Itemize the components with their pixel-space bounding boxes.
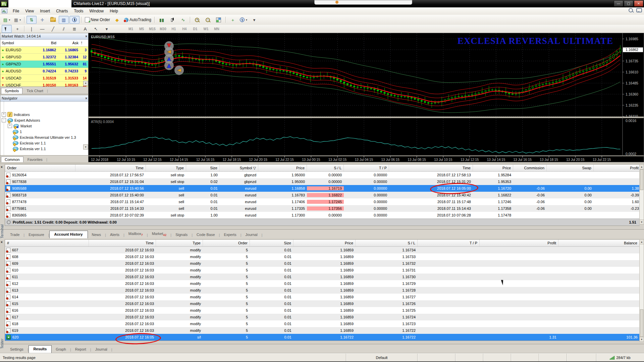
market-watch-row-gbpusd[interactable]: ▲GBPUSD1.323721.3238412 [0, 54, 89, 61]
strategy-tester[interactable] [69, 16, 79, 24]
data-window[interactable]: ✛ [37, 16, 47, 24]
market-watch-row-eurusd[interactable]: ▲EURUSD1.168621.168653 [0, 47, 89, 54]
history-row-607[interactable]: 6072018.07.12 16:03modify50.011.168591.1… [5, 247, 640, 253]
tab-market[interactable]: Market42 [148, 230, 171, 238]
market-watch-row-audusd[interactable]: ▲AUDUSD0.742240.742339 [0, 68, 89, 75]
orders-col-9[interactable]: Price [473, 165, 513, 171]
history-row-613[interactable]: 6132018.07.12 16:03modify50.011.168591.1… [5, 287, 640, 294]
menu-help[interactable]: Help [107, 8, 121, 14]
results-col-4[interactable]: Size [250, 240, 293, 246]
zoom-out[interactable]: − [203, 16, 213, 24]
history-row-617[interactable]: 6172018.07.12 16:03modify50.011.168591.1… [5, 314, 640, 320]
chart-line[interactable]: ∿ [178, 16, 188, 24]
order-row-9083718[interactable]: 90837182018.07.12 15:40:00sell0.01eurusd… [5, 192, 640, 198]
navigator-folder[interactable] [48, 16, 58, 24]
status-profile[interactable]: Default [346, 354, 418, 362]
menu-file[interactable]: File [10, 8, 22, 14]
navigator-close-icon[interactable]: × [85, 97, 87, 100]
orders-col-12[interactable]: Profit [594, 165, 641, 171]
close-button[interactable]: ✕ [634, 0, 643, 7]
orders-col-7[interactable]: T / P [344, 165, 389, 171]
mw-col-symbol[interactable]: Symbol [0, 41, 36, 45]
tab-report[interactable]: Report [71, 346, 90, 353]
terminal-close-icon[interactable]: × [1, 165, 3, 169]
channel-tool[interactable]: ⫽ [59, 25, 69, 33]
tab-favorites[interactable]: Favorites [24, 157, 46, 163]
history-row-616[interactable]: 6162018.07.12 16:03modify50.011.168591.1… [5, 307, 640, 314]
menu-charts[interactable]: Charts [53, 8, 71, 14]
nav-item-exclesia-ver-1-1[interactable]: Exclesia ver 1.1 [0, 140, 89, 146]
tab-account-history[interactable]: Account History [49, 231, 88, 238]
order-row-9085588[interactable]: 90855882018.07.12 15:40:56sell0.01eurusd… [5, 185, 640, 192]
timeframe-h1[interactable]: H1 [169, 25, 179, 33]
results-scroll-up-icon[interactable]: ▲ [640, 240, 644, 244]
tab-common[interactable]: Common [1, 157, 23, 163]
orders-col-2[interactable]: Type [146, 165, 186, 171]
order-row-8365865[interactable]: 83658652018.07.10 07:02:39sell stop1.00e… [5, 212, 640, 219]
expand-icon[interactable]: + [8, 124, 12, 128]
market-watch-row-gbpnzd[interactable]: ▲GBPNZD1.955511.9563281 [0, 61, 89, 68]
nav-item-exlcesia-ver-1-1[interactable]: Exlcesia ver 1.1 [0, 146, 89, 152]
results-col-7[interactable]: T / P [418, 240, 480, 246]
timeframe-m15[interactable]: M15 [147, 25, 157, 33]
tab-news[interactable]: News [88, 231, 105, 238]
orders-col-0[interactable]: Order [5, 165, 75, 171]
orders-col-4[interactable]: Symbol ▽ [220, 165, 258, 171]
timeframe-m1[interactable]: M1 [126, 25, 136, 33]
tab-mailbox[interactable]: Mailbox7 [124, 230, 147, 238]
results-col-1[interactable]: Time [89, 240, 156, 246]
tab-results[interactable]: Results [29, 345, 52, 353]
navigator-scroll-down[interactable]: ▼ [83, 144, 88, 149]
history-row-620[interactable]: ▲6202018.07.12 16:05s/l50.011.167221.167… [5, 334, 640, 341]
orders-col-6[interactable]: S / L [307, 165, 344, 171]
history-row-611[interactable]: 6112018.07.12 16:03modify50.011.168591.1… [5, 274, 640, 280]
tab-alerts[interactable]: Alerts [106, 231, 123, 238]
chart-canvas[interactable]: EURUSD,M15EXCLESIA REVERSAL ULTIMATEATR(… [88, 33, 644, 162]
nav-item-expert-advisors[interactable]: -Expert Advisors [0, 117, 89, 123]
timeframe-m30[interactable]: M30 [158, 25, 168, 33]
history-row-610[interactable]: 6102018.07.12 16:03modify50.011.168591.1… [5, 267, 640, 274]
chat-icon[interactable] [636, 8, 642, 12]
tester-close-icon[interactable]: × [1, 240, 3, 244]
minimize-button[interactable]: ― [614, 0, 623, 7]
timeframe-m5[interactable]: M5 [137, 25, 147, 33]
results-col-0[interactable]: # [5, 240, 89, 246]
terminal-toggle[interactable]: ▥ [59, 16, 69, 24]
nav-item-1[interactable]: 1 [0, 129, 89, 134]
history-row-608[interactable]: 6082018.07.12 16:03modify50.011.168591.1… [5, 253, 640, 260]
results-col-3[interactable]: Order [203, 240, 250, 246]
orders-col-5[interactable]: Price [258, 165, 307, 171]
tab-symbols[interactable]: Symbols [1, 88, 22, 94]
timeframe-h4[interactable]: H4 [179, 25, 190, 33]
timeframe-d1[interactable]: D1 [190, 25, 200, 33]
order-row-8777478[interactable]: 87774782018.07.11 15:14:47sell0.01eurusd… [5, 198, 640, 205]
tab-journal[interactable]: Journal [91, 346, 111, 353]
history-row-614[interactable]: 6142018.07.12 16:03modify50.011.168591.1… [5, 294, 640, 300]
scripts[interactable]: ◆ [112, 16, 122, 24]
tab-experts[interactable]: Experts [220, 231, 240, 238]
tab-tick-chart[interactable]: Tick Chart [23, 88, 47, 94]
results-col-8[interactable]: Profit [480, 240, 558, 246]
mw-col-ask[interactable]: Ask [58, 41, 80, 45]
history-row-612[interactable]: 6122018.07.12 16:03modify50.011.168591.1… [5, 280, 640, 287]
market-watch-row-usdcad[interactable]: ▼USDCAD1.315191.3153314 [0, 75, 89, 82]
periods[interactable]: ▾ [238, 16, 249, 24]
chart-bars[interactable]: ▮▮ [157, 16, 167, 24]
results-col-5[interactable]: Price [293, 240, 356, 246]
autotrading-button[interactable]: AutoTrading [123, 16, 153, 24]
hline-tool[interactable]: — [37, 25, 47, 33]
orders-scroll-down-icon[interactable]: ▼ [640, 220, 644, 224]
menu-insert[interactable]: Insert [37, 8, 53, 14]
timeframe-mn[interactable]: MN [212, 25, 222, 33]
tile-windows[interactable] [214, 16, 224, 24]
orders-col-8[interactable]: Time [389, 165, 473, 171]
history-row-618[interactable]: 6182018.07.12 16:03modify50.011.168591.1… [5, 320, 640, 327]
history-row-615[interactable]: 6152018.07.12 16:03modify50.011.168591.1… [5, 300, 640, 307]
results-scrollbar[interactable]: ▲ ▼ [639, 239, 644, 342]
mw-col-bid[interactable]: Bid [36, 41, 58, 45]
market-watch-toggle[interactable]: ⇅ [26, 16, 37, 24]
indicators-add[interactable]: ＋ [228, 16, 238, 24]
maximize-button[interactable]: ▢ [624, 0, 633, 7]
text-tool[interactable]: A [80, 25, 90, 33]
market-watch-scroll-down[interactable]: ▼ [83, 81, 88, 86]
